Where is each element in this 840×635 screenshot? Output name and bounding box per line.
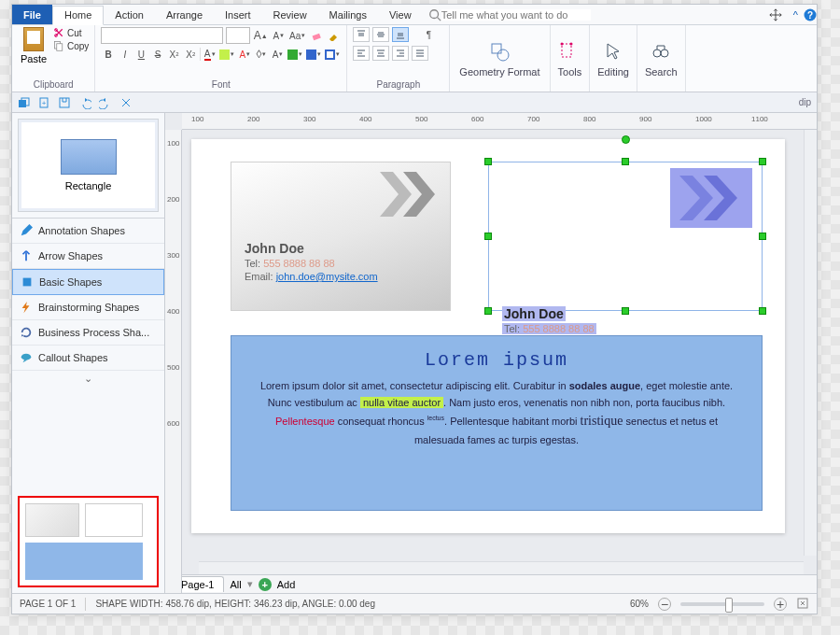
cat-arrow[interactable]: Arrow Shapes — [12, 244, 164, 269]
align-top-icon — [357, 30, 366, 39]
zoom-slider[interactable] — [680, 602, 764, 606]
undo-icon[interactable] — [77, 95, 92, 110]
resize-handle-s[interactable] — [622, 307, 629, 315]
cycle-icon — [20, 326, 33, 339]
page: John Doe Tel: 555 8888 88 88 Email: john… — [191, 139, 785, 533]
zoom-in-button[interactable]: + — [774, 598, 787, 611]
change-case-button[interactable]: Aa — [289, 28, 306, 43]
resize-handle-w[interactable] — [484, 233, 492, 240]
new-doc-icon[interactable]: + — [36, 95, 51, 110]
font-size-combo[interactable] — [226, 27, 250, 44]
geometry-format-button[interactable]: Geometry Format — [450, 25, 550, 92]
superscript-button[interactable]: X2 — [183, 47, 198, 62]
business-card-1[interactable]: John Doe Tel: 555 8888 88 88 Email: john… — [231, 162, 451, 311]
shape-fill2-button[interactable] — [305, 47, 322, 62]
align-right-button[interactable] — [392, 46, 409, 61]
tools-button[interactable]: Tools — [551, 25, 591, 92]
shape-fill-button[interactable] — [287, 47, 303, 62]
tab-arrange[interactable]: Arrange — [155, 5, 214, 24]
page-thumbnail[interactable] — [12, 490, 164, 593]
tab-action[interactable]: Action — [104, 5, 155, 24]
chevrons-icon-2 — [670, 168, 752, 228]
cat-brainstorm[interactable]: Brainstorming Shapes — [12, 295, 164, 320]
tab-view[interactable]: View — [378, 5, 423, 24]
text-bg-button[interactable]: A — [271, 47, 286, 62]
group-clipboard: Paste Cut Copy Clipboard — [12, 25, 95, 92]
underline-button[interactable]: U — [134, 47, 149, 62]
help-icon[interactable]: ? — [804, 8, 817, 21]
add-label[interactable]: Add — [277, 579, 296, 590]
grow-font-button[interactable]: A▲ — [253, 28, 269, 43]
font-name-combo[interactable] — [101, 27, 222, 44]
collapse-ribbon-icon[interactable]: ^ — [788, 9, 804, 21]
horizontal-scrollbar[interactable] — [199, 561, 804, 574]
align-center-button[interactable] — [372, 46, 389, 61]
redo-icon[interactable] — [98, 95, 113, 110]
lorem-textbox[interactable]: Lorem ipsum Lorem ipsum dolor sit amet, … — [231, 335, 763, 511]
save-icon[interactable] — [57, 95, 72, 110]
cut-button[interactable]: Cut — [53, 27, 89, 38]
tab-review[interactable]: Review — [262, 5, 318, 24]
cat-basic[interactable]: Basic Shapes — [12, 269, 164, 295]
preview-label: Rectangle — [65, 180, 112, 191]
layers-icon[interactable] — [16, 95, 31, 110]
font-label: Font — [101, 78, 341, 92]
text-outline-button[interactable]: A — [237, 47, 252, 62]
font-color-button[interactable]: A — [203, 47, 217, 62]
vertical-scrollbar[interactable] — [804, 130, 817, 556]
italic-button[interactable]: I — [118, 47, 133, 62]
fill-color-button[interactable]: ◊ — [254, 47, 269, 62]
rotate-handle[interactable] — [622, 135, 630, 144]
tab-insert[interactable]: Insert — [214, 5, 262, 24]
editing-button[interactable]: Editing — [590, 25, 637, 92]
fit-page-button[interactable] — [796, 597, 809, 612]
cat-callout[interactable]: Callout Shapes — [12, 346, 164, 371]
align-top-button[interactable] — [353, 27, 370, 42]
shape-preview[interactable]: Rectangle — [18, 119, 159, 212]
tell-me-search[interactable] — [428, 8, 591, 21]
close-icon[interactable] — [119, 95, 133, 110]
cat-annotation[interactable]: Annotation Shapes — [12, 219, 164, 244]
highlight-button[interactable] — [218, 47, 235, 62]
copy-button[interactable]: Copy — [53, 40, 89, 51]
align-middle-button[interactable] — [372, 27, 389, 42]
clipboard-label: Clipboard — [18, 78, 89, 92]
align-middle-icon — [376, 30, 385, 39]
move-icon[interactable] — [769, 8, 782, 21]
search-group-button[interactable]: Search — [637, 25, 686, 92]
zoom-out-button[interactable]: − — [658, 598, 671, 611]
clear-format-button[interactable] — [309, 28, 324, 43]
align-bottom-button[interactable] — [392, 27, 409, 42]
format-painter-button[interactable] — [326, 28, 341, 43]
sidebar: Rectangle Annotation Shapes Arrow Shapes… — [12, 113, 165, 593]
resize-handle-n[interactable] — [622, 158, 629, 165]
canvas[interactable]: John Doe Tel: 555 8888 88 88 Email: john… — [182, 130, 817, 574]
file-menu[interactable]: File — [12, 5, 52, 24]
subscript-button[interactable]: X2 — [167, 47, 182, 62]
bold-button[interactable]: B — [101, 47, 116, 62]
tab-home[interactable]: Home — [52, 6, 104, 25]
add-page-button[interactable]: + — [259, 578, 272, 591]
paste-button[interactable]: Paste — [18, 27, 49, 64]
resize-handle-sw[interactable] — [484, 307, 492, 315]
tell-me-input[interactable] — [441, 9, 591, 21]
shrink-font-button[interactable]: A▼ — [272, 28, 287, 43]
business-card-2-selected[interactable]: John Doe Tel: 555 8888 88 88 Email: john… — [488, 162, 763, 311]
more-categories-icon[interactable]: ⌄ — [12, 371, 164, 387]
align-justify-button[interactable] — [412, 46, 428, 61]
align-left-button[interactable] — [353, 46, 370, 61]
work-area: Rectangle Annotation Shapes Arrow Shapes… — [12, 113, 817, 593]
resize-handle-e[interactable] — [759, 233, 766, 240]
cat-business[interactable]: Business Process Sha... — [12, 320, 164, 346]
strike-button[interactable]: S — [150, 47, 165, 62]
resize-handle-nw[interactable] — [484, 158, 492, 165]
tab-mailings[interactable]: Mailings — [318, 5, 378, 24]
resize-handle-se[interactable] — [759, 307, 766, 315]
brush-icon — [328, 30, 339, 41]
geometry-icon — [488, 40, 511, 63]
resize-handle-ne[interactable] — [759, 158, 766, 165]
svg-point-36 — [661, 49, 668, 57]
shape-line-button[interactable] — [324, 47, 341, 62]
all-pages-label[interactable]: All — [230, 579, 241, 590]
indent-dec-button[interactable]: ¶ — [420, 27, 437, 42]
